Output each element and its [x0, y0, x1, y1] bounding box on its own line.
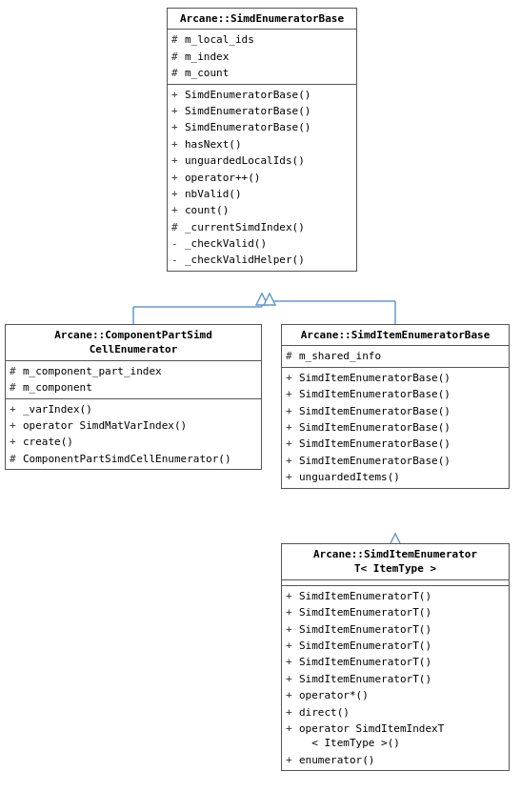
method-simd-enum-base-2: + SimdEnumeratorBase() — [171, 103, 352, 119]
component-part-simd-methods: + _varIndex() + operator SimdMatVarIndex… — [6, 399, 261, 470]
simd-item-enumerator-t-title: Arcane::SimdItemEnumeratorT< ItemType > — [282, 544, 509, 580]
simd-item-enumerator-t-box: Arcane::SimdItemEnumeratorT< ItemType > … — [281, 543, 510, 771]
method-direct: + direct() — [286, 704, 505, 721]
method-simd-item-enum-base-5: + SimdItemEnumeratorBase() — [286, 436, 505, 452]
simd-item-enumerator-base-fields: # m_shared_info — [282, 346, 509, 367]
method-unguarded-local-ids: + unguardedLocalIds() — [171, 152, 352, 169]
simd-enumerator-base-methods: + SimdEnumeratorBase() + SimdEnumeratorB… — [168, 85, 356, 271]
method-simd-item-enum-base-4: + SimdItemEnumeratorBase() — [286, 419, 505, 436]
method-count: + count() — [171, 202, 352, 218]
method-nb-valid: + nbValid() — [171, 186, 352, 202]
method-simd-item-enum-t-4: + SimdItemEnumeratorT() — [286, 638, 505, 654]
simd-item-enumerator-base-methods: + SimdItemEnumeratorBase() + SimdItemEnu… — [282, 368, 509, 488]
simd-enumerator-base-title: Arcane::SimdEnumeratorBase — [168, 9, 356, 30]
method-simd-item-enum-t-5: + SimdItemEnumeratorT() — [286, 654, 505, 670]
method-operator-plusplus: + operator++() — [171, 170, 352, 186]
method-simd-item-enum-t-1: + SimdItemEnumeratorT() — [286, 588, 505, 604]
method-check-valid-helper: - _checkValidHelper() — [171, 252, 352, 268]
field-m-index: # m_index — [171, 49, 352, 65]
component-part-simd-fields: # m_component_part_index # m_component — [6, 361, 261, 399]
method-simd-item-enum-t-3: + SimdItemEnumeratorT() — [286, 621, 505, 638]
simd-enumerator-base-box: Arcane::SimdEnumeratorBase # m_local_ids… — [167, 8, 357, 272]
method-simd-item-enum-t-2: + SimdItemEnumeratorT() — [286, 604, 505, 620]
simd-item-enumerator-base-box: Arcane::SimdItemEnumeratorBase # m_share… — [281, 324, 510, 489]
component-part-simd-title: Arcane::ComponentPartSimdCellEnumerator — [6, 325, 261, 361]
method-simd-item-enum-base-1: + SimdItemEnumeratorBase() — [286, 370, 505, 386]
method-var-index: + _varIndex() — [10, 401, 257, 417]
field-m-component: # m_component — [10, 379, 257, 396]
method-enumerator: + enumerator() — [286, 752, 505, 768]
simd-item-enumerator-t-methods: + SimdItemEnumeratorT() + SimdItemEnumer… — [282, 586, 509, 770]
simd-enumerator-base-fields: # m_local_ids # m_index # m_count — [168, 30, 356, 84]
method-simd-item-enum-base-6: + SimdItemEnumeratorBase() — [286, 453, 505, 469]
svg-marker-3 — [256, 294, 268, 305]
simd-item-enumerator-base-title: Arcane::SimdItemEnumeratorBase — [282, 325, 509, 346]
method-current-simd-index: # _currentSimdIndex() — [171, 219, 352, 235]
method-simd-enum-base-3: + SimdEnumeratorBase() — [171, 119, 352, 135]
method-unguarded-items: + unguardedItems() — [286, 469, 505, 485]
method-has-next: + hasNext() — [171, 136, 352, 152]
method-simd-enum-base-1: + SimdEnumeratorBase() — [171, 87, 352, 103]
method-create: + create() — [10, 434, 257, 450]
method-operator-star: + operator*() — [286, 687, 505, 703]
method-component-part-simd-ctor: # ComponentPartSimdCellEnumerator() — [10, 451, 257, 467]
field-m-component-part-index: # m_component_part_index — [10, 363, 257, 379]
method-simd-item-enum-base-2: + SimdItemEnumeratorBase() — [286, 386, 505, 402]
method-check-valid: - _checkValid() — [171, 235, 352, 252]
method-operator-simd-item-index-t: + operator SimdItemIndexT < ItemType >() — [286, 721, 505, 752]
method-simd-item-enum-t-6: + SimdItemEnumeratorT() — [286, 671, 505, 687]
field-m-shared-info: # m_shared_info — [286, 348, 505, 364]
diagram-container: Arcane::SimdEnumeratorBase # m_local_ids… — [0, 0, 521, 812]
method-operator-simd-mat-var-index: + operator SimdMatVarIndex() — [10, 417, 257, 434]
method-simd-item-enum-base-3: + SimdItemEnumeratorBase() — [286, 403, 505, 419]
component-part-simd-box: Arcane::ComponentPartSimdCellEnumerator … — [5, 324, 262, 470]
field-m-local-ids: # m_local_ids — [171, 31, 352, 48]
field-m-count: # m_count — [171, 65, 352, 81]
svg-marker-7 — [264, 294, 275, 305]
